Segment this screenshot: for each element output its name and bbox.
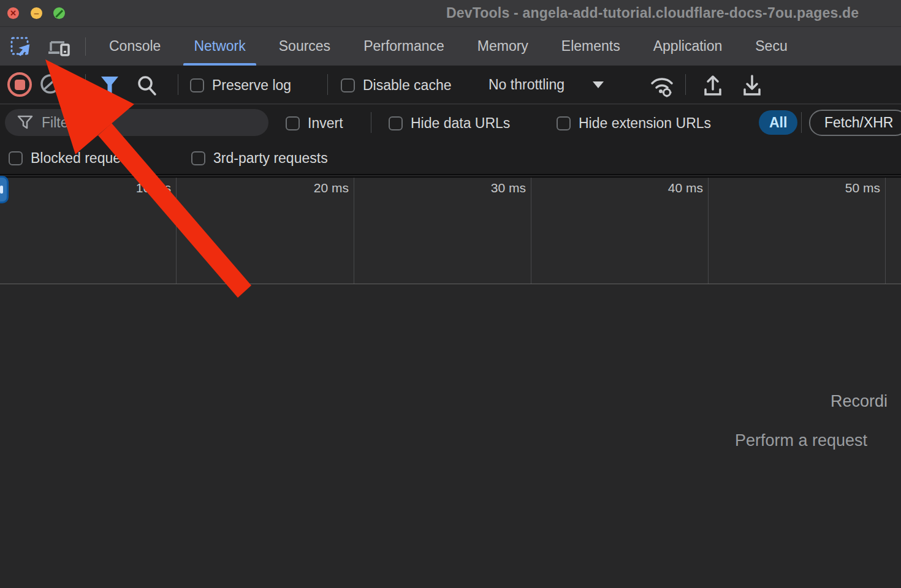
tab-console[interactable]: Console	[109, 27, 161, 66]
checkbox-label: Preserve log	[212, 77, 291, 94]
timeline-tick-label: 40 ms	[605, 181, 703, 195]
checkbox-box	[389, 116, 403, 130]
import-har-icon[interactable]	[700, 74, 726, 98]
inspect-element-icon[interactable]	[10, 36, 32, 58]
timeline-gridline	[885, 178, 886, 284]
checkbox-label: Hide extension URLs	[579, 115, 711, 132]
devtools-tabbar: Console Network Sources Performance Memo…	[0, 26, 901, 66]
timeline-gridline	[354, 178, 354, 284]
filter-input-container[interactable]	[5, 109, 268, 136]
record-network-log-icon[interactable]	[7, 72, 32, 97]
network-toolbar: Preserve log Disable cache No throttling	[0, 66, 901, 104]
timeline-tick-label: 20 ms	[251, 181, 349, 195]
checkbox-box	[190, 78, 204, 92]
network-filter-bar: Invert Hide data URLs Hide extension URL…	[0, 105, 901, 140]
checkbox-box	[286, 116, 300, 130]
titlebar: ✕ – DevTools - angela-add-tutorial.cloud…	[0, 0, 901, 26]
checkbox-label: Hide data URLs	[411, 115, 510, 132]
toolbar-divider	[371, 112, 371, 133]
tab-network[interactable]: Network	[194, 27, 245, 66]
timeline-tick-label: 30 ms	[428, 181, 526, 195]
clear-network-log-icon[interactable]	[39, 72, 62, 96]
checkbox-label: Blocked requests	[31, 150, 139, 167]
tab-security[interactable]: Secu	[755, 27, 787, 66]
timeline-tick-label: 10 ms	[73, 181, 171, 195]
filter-funnel-icon	[17, 115, 33, 130]
checkbox-label: 3rd-party requests	[213, 150, 328, 167]
devtools-window: ✕ – DevTools - angela-add-tutorial.cloud…	[0, 0, 901, 588]
toolbar-divider	[801, 112, 802, 133]
window-title: DevTools - angela-add-tutorial.cloudflar…	[446, 5, 859, 21]
timeline-gridline	[531, 178, 531, 284]
filter-input[interactable]	[42, 115, 262, 131]
export-har-icon[interactable]	[739, 74, 765, 98]
disable-cache-checkbox[interactable]: Disable cache	[341, 77, 451, 94]
checkbox-box	[191, 151, 205, 165]
filter-chip-all[interactable]: All	[759, 110, 797, 135]
toolbar-divider	[327, 74, 328, 95]
checkbox-box	[557, 116, 571, 130]
toolbar-divider	[85, 37, 86, 56]
chevron-down-icon	[593, 81, 604, 88]
toolbar-divider	[685, 74, 686, 95]
minimize-button[interactable]: –	[31, 7, 42, 19]
third-party-requests-checkbox[interactable]: 3rd-party requests	[191, 150, 328, 167]
filter-funnel-icon[interactable]	[98, 75, 121, 95]
network-overview-timeline[interactable]: 10 ms 20 ms 30 ms 40 ms 50 ms	[0, 176, 901, 284]
checkbox-label: Invert	[308, 115, 343, 132]
checkbox-label: Disable cache	[363, 77, 451, 94]
filter-chip-fetch-xhr[interactable]: Fetch/XHR	[809, 110, 901, 136]
blocked-requests-checkbox[interactable]: Blocked requests	[9, 150, 139, 167]
zoom-button[interactable]	[53, 7, 65, 19]
hide-extension-urls-checkbox[interactable]: Hide extension URLs	[557, 115, 711, 132]
tab-application[interactable]: Application	[653, 27, 723, 66]
timeline-gridline	[708, 178, 709, 284]
checkbox-box	[9, 151, 23, 165]
empty-state-recording-text: Recordi	[831, 392, 888, 411]
preserve-log-checkbox[interactable]: Preserve log	[190, 77, 291, 94]
panel-tabs: Console Network Sources Performance Memo…	[109, 27, 788, 66]
hide-data-urls-checkbox[interactable]: Hide data URLs	[389, 115, 510, 132]
network-options-bar: Blocked requests 3rd-party requests	[0, 140, 901, 175]
tab-memory[interactable]: Memory	[477, 27, 528, 66]
tab-sources[interactable]: Sources	[279, 27, 330, 66]
timeline-tick-label: 50 ms	[782, 181, 880, 195]
invert-checkbox[interactable]: Invert	[286, 115, 343, 132]
checkbox-box	[341, 78, 355, 92]
network-conditions-icon[interactable]	[647, 74, 677, 98]
toolbar-divider	[85, 74, 86, 95]
tab-elements[interactable]: Elements	[561, 27, 620, 66]
throttling-dropdown[interactable]: No throttling	[489, 66, 604, 104]
empty-state-hint-text: Perform a request	[735, 431, 867, 450]
timeline-selection-handle[interactable]	[0, 176, 9, 203]
throttling-value: No throttling	[489, 77, 565, 93]
toolbar-divider	[178, 74, 178, 95]
close-button[interactable]: ✕	[7, 7, 19, 19]
device-toolbar-icon[interactable]	[47, 36, 72, 58]
search-icon[interactable]	[135, 74, 159, 97]
tab-performance[interactable]: Performance	[363, 27, 444, 66]
timeline-gridline	[176, 178, 177, 284]
